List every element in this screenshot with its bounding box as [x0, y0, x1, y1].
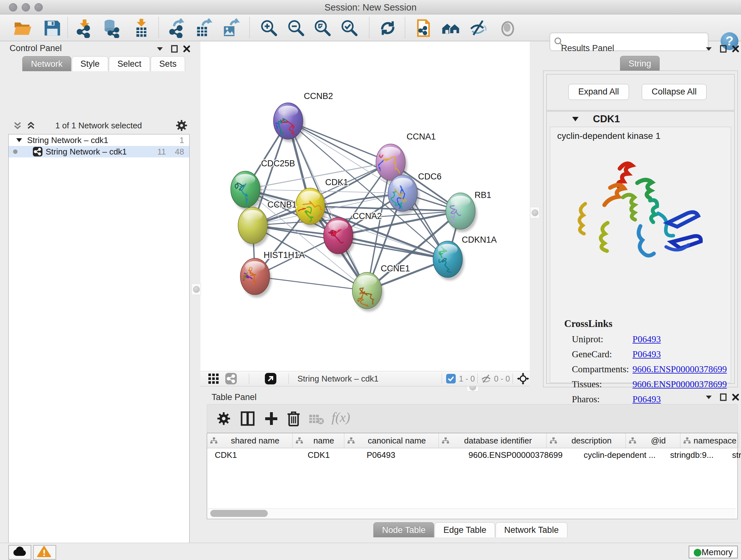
table-panel-title: Table Panel [212, 392, 257, 402]
zoom-selected-icon[interactable] [340, 18, 359, 38]
warnings-button[interactable] [33, 545, 56, 560]
gear-icon[interactable] [176, 119, 188, 132]
left-splitter-handle[interactable] [192, 284, 201, 295]
scrollbar-thumb[interactable] [210, 510, 268, 517]
horizontal-scrollbar[interactable] [208, 508, 736, 518]
network-node-count: 11 [157, 147, 166, 157]
hidden-eye-icon [481, 374, 491, 384]
panel-float-icon[interactable] [719, 393, 728, 401]
zoom-fit-icon[interactable] [313, 18, 333, 38]
table-body: CDK1CDK1P064939606.ENSP00000378699cyclin… [207, 448, 738, 462]
network-share-icon[interactable] [225, 373, 237, 384]
warning-icon [34, 546, 54, 558]
add-column-icon[interactable] [264, 411, 279, 426]
save-session-icon[interactable] [42, 18, 62, 38]
column-header-description[interactable]: description [547, 433, 626, 448]
tab-sets[interactable]: Sets [151, 56, 185, 71]
toolbar-separator [369, 17, 369, 38]
network-status-dot [13, 149, 17, 154]
section-expander-icon[interactable] [571, 116, 579, 122]
show-graphics-eye-icon[interactable] [498, 18, 518, 38]
crosslink-row: GeneCard:P06493 [572, 349, 731, 360]
network-node-RB1[interactable]: RB1 [445, 190, 491, 232]
node-label-HIST1H1A: HIST1H1A [264, 250, 305, 260]
tab-select[interactable]: Select [109, 56, 150, 71]
first-neighbors-icon[interactable] [414, 18, 433, 38]
import-network-from-file-icon[interactable] [75, 18, 94, 38]
cloud-button[interactable] [8, 545, 31, 560]
column-label: canonical name [355, 436, 439, 446]
window-titlebar: Session: New Session [0, 0, 741, 14]
panel-close-icon[interactable] [183, 45, 191, 53]
hide-unhide-eye-icon[interactable] [468, 18, 488, 38]
zoom-in-icon[interactable] [259, 18, 279, 38]
open-in-window-icon[interactable] [265, 373, 276, 384]
column-header-canonical-name[interactable]: canonical name [344, 433, 439, 448]
network-node-CDKN1A[interactable]: CDKN1A [433, 235, 497, 280]
crosslink-link[interactable]: P06493 [632, 349, 661, 360]
edge-CCNE1-HIST1H1A[interactable] [255, 276, 367, 291]
show-columns-icon[interactable] [240, 411, 255, 426]
panel-menu-icon[interactable] [704, 45, 713, 53]
crosslink-label: Compartments: [572, 364, 632, 374]
panel-menu-icon[interactable] [704, 393, 713, 401]
table-gear-icon[interactable] [217, 412, 231, 426]
show-all-homes-icon[interactable] [441, 18, 461, 38]
memory-button[interactable]: Memory [689, 546, 738, 558]
right-splitter-handle[interactable] [530, 207, 540, 219]
import-table-from-file-icon[interactable] [131, 18, 151, 38]
tab-node-table[interactable]: Node Table [374, 522, 434, 537]
export-image-icon[interactable] [220, 18, 240, 38]
protein-description: cyclin-dependent kinase 1 [557, 131, 731, 141]
panel-close-icon[interactable] [731, 393, 740, 401]
network-type-icon [33, 147, 43, 157]
tree-expander-icon[interactable] [16, 137, 23, 143]
tab-network-table[interactable]: Network Table [495, 522, 567, 537]
network-graph[interactable]: CCNB2CCNA1CDC25BCDK1CDC6RB1CCNB1CCNA2CDK… [200, 42, 530, 371]
tab-style[interactable]: Style [72, 56, 108, 71]
collapse-all-button[interactable]: Collapse All [642, 84, 706, 100]
export-network-icon[interactable] [167, 18, 187, 38]
column-header-database-identifier[interactable]: database identifier [439, 433, 547, 448]
edge-CDK1-RB1[interactable] [310, 206, 461, 211]
control-panel: Control Panel NetworkStyleSelectSets 1 o… [0, 41, 200, 543]
crosslink-link[interactable]: 9606.ENSP00000378699 [632, 364, 727, 374]
open-session-icon[interactable] [13, 18, 32, 38]
node-label-CCNA1: CCNA1 [407, 132, 436, 141]
import-network-from-database-icon[interactable] [102, 18, 121, 38]
network-node-CCNE1[interactable]: CCNE1 [352, 264, 410, 312]
table-cell: 9606.ENSP00000378699 [461, 448, 576, 462]
table-row[interactable]: CDK1CDK1P064939606.ENSP00000378699cyclin… [207, 448, 738, 462]
expand-all-button[interactable]: Expand All [568, 84, 629, 100]
panel-float-icon[interactable] [171, 45, 179, 53]
network-row[interactable]: String Network – cdk1 11 48 [9, 146, 189, 158]
panel-float-icon[interactable] [719, 45, 728, 53]
column-header-shared-name[interactable]: shared name [207, 433, 293, 448]
zoom-out-icon[interactable] [286, 18, 306, 38]
tab-string[interactable]: String [620, 56, 660, 71]
selected-checkbox-icon[interactable] [446, 374, 456, 383]
nav-separator [513, 374, 513, 384]
node-label-RB1: RB1 [475, 190, 491, 200]
network-node-CCNA2[interactable]: CCNA2 [324, 211, 382, 257]
column-header-@id[interactable]: @id [626, 433, 680, 448]
column-label: name [304, 436, 344, 446]
birds-eye-grid-icon[interactable] [208, 373, 219, 384]
table-cell: stringdb [724, 448, 741, 462]
panel-menu-icon[interactable] [156, 45, 164, 53]
delete-table-icon [309, 414, 325, 425]
delete-column-trash-icon[interactable] [286, 410, 301, 427]
column-header-namespace[interactable]: namespace [680, 433, 739, 448]
toolbar-separator [158, 17, 159, 38]
export-table-icon[interactable] [193, 18, 213, 38]
crosslink-link[interactable]: P06493 [632, 334, 661, 345]
network-node-HIST1H1A[interactable]: HIST1H1A [240, 250, 305, 298]
refresh-layout-icon[interactable] [378, 18, 398, 38]
network-canvas[interactable]: CCNB2CCNA1CDC25BCDK1CDC6RB1CCNB1CCNA2CDK… [200, 42, 530, 371]
pan-crosshair-icon[interactable] [517, 373, 529, 385]
tab-network[interactable]: Network [22, 56, 71, 71]
tab-edge-table[interactable]: Edge Table [434, 522, 495, 537]
panel-close-icon[interactable] [731, 45, 740, 53]
column-header-name[interactable]: name [293, 433, 344, 448]
network-collection-row[interactable]: String Network – cdk1 1 [9, 134, 189, 146]
